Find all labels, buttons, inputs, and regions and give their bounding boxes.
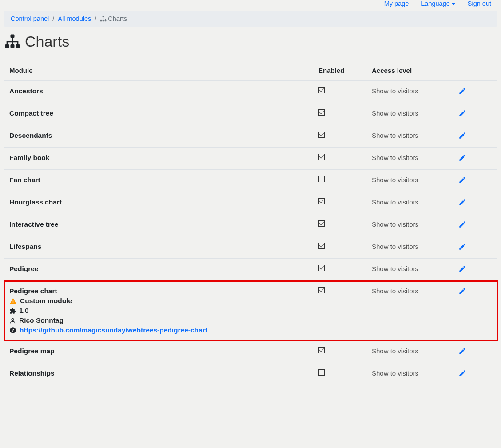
enabled-checkbox[interactable] bbox=[318, 347, 325, 353]
edit-button[interactable] bbox=[458, 349, 466, 356]
edit-cell bbox=[453, 192, 497, 214]
module-cell: Hourglass chart bbox=[4, 192, 313, 214]
edit-button[interactable] bbox=[458, 222, 466, 230]
module-cell: Relationships bbox=[4, 363, 313, 385]
enabled-cell bbox=[313, 281, 366, 341]
custom-module-url[interactable]: https://github.com/magicsunday/webtrees-… bbox=[20, 326, 207, 334]
col-header-access: Access level bbox=[366, 60, 497, 81]
module-cell: Interactive tree bbox=[4, 214, 313, 236]
module-name: Pedigree bbox=[9, 265, 307, 273]
pencil-icon bbox=[458, 132, 466, 140]
enabled-checkbox[interactable] bbox=[318, 287, 325, 293]
edit-cell bbox=[453, 259, 497, 281]
enabled-checkbox[interactable] bbox=[318, 265, 325, 271]
breadcrumb-sep: / bbox=[95, 15, 96, 22]
access-cell: Show to visitors bbox=[366, 192, 453, 214]
enabled-cell bbox=[313, 81, 366, 103]
custom-module-version: 1.0 bbox=[9, 307, 307, 315]
edit-cell bbox=[453, 103, 497, 125]
breadcrumb-all-modules[interactable]: All modules bbox=[58, 15, 91, 22]
module-name: Hourglass chart bbox=[9, 198, 307, 206]
module-name: Fan chart bbox=[9, 176, 307, 184]
enabled-checkbox[interactable] bbox=[318, 109, 325, 116]
edit-button[interactable] bbox=[458, 89, 466, 96]
edit-button[interactable] bbox=[458, 371, 466, 379]
nav-sign-out[interactable]: Sign out bbox=[468, 0, 491, 7]
enabled-cell bbox=[313, 148, 366, 170]
access-cell: Show to visitors bbox=[366, 341, 453, 363]
pencil-icon bbox=[458, 154, 466, 162]
user-icon bbox=[9, 317, 16, 324]
access-cell: Show to visitors bbox=[366, 81, 453, 103]
enabled-cell bbox=[313, 103, 366, 125]
module-cell: Lifespans bbox=[4, 236, 313, 259]
edit-cell bbox=[453, 363, 497, 385]
pencil-icon bbox=[458, 369, 466, 377]
access-level-text: Show to visitors bbox=[372, 243, 418, 250]
module-cell: Compact tree bbox=[4, 103, 313, 125]
pencil-icon bbox=[458, 220, 466, 228]
module-name: Relationships bbox=[9, 369, 307, 377]
edit-cell bbox=[453, 170, 497, 192]
edit-button[interactable] bbox=[458, 200, 466, 208]
access-level-text: Show to visitors bbox=[372, 220, 418, 228]
enabled-cell bbox=[313, 214, 366, 236]
breadcrumb-sep: / bbox=[52, 15, 54, 22]
module-name: Pedigree map bbox=[9, 347, 307, 355]
pencil-icon bbox=[458, 87, 466, 95]
module-name: Compact tree bbox=[9, 109, 307, 117]
enabled-checkbox[interactable] bbox=[318, 369, 325, 376]
enabled-checkbox[interactable] bbox=[318, 132, 325, 138]
table-row: Hourglass chartShow to visitors bbox=[4, 192, 497, 214]
enabled-checkbox[interactable] bbox=[318, 87, 325, 93]
enabled-checkbox[interactable] bbox=[318, 176, 325, 182]
enabled-cell bbox=[313, 192, 366, 214]
access-cell: Show to visitors bbox=[366, 281, 453, 341]
pencil-icon bbox=[458, 265, 466, 273]
edit-button[interactable] bbox=[458, 267, 466, 274]
edit-cell bbox=[453, 281, 497, 341]
module-cell: Pedigree map bbox=[4, 341, 313, 363]
edit-button[interactable] bbox=[458, 156, 466, 163]
col-header-enabled: Enabled bbox=[313, 60, 366, 81]
enabled-cell bbox=[313, 125, 366, 148]
breadcrumb: Control panel / All modules / Charts bbox=[4, 11, 497, 27]
caret-down-icon bbox=[452, 3, 455, 5]
nav-language[interactable]: Language bbox=[421, 0, 455, 7]
module-cell: Ancestors bbox=[4, 81, 313, 103]
pencil-icon bbox=[458, 287, 466, 295]
enabled-checkbox[interactable] bbox=[318, 220, 325, 227]
access-cell: Show to visitors bbox=[366, 363, 453, 385]
edit-cell bbox=[453, 236, 497, 259]
enabled-checkbox[interactable] bbox=[318, 243, 325, 249]
module-name: Pedigree chart bbox=[9, 287, 307, 295]
warning-icon bbox=[9, 297, 17, 305]
access-cell: Show to visitors bbox=[366, 214, 453, 236]
table-row: Compact treeShow to visitors bbox=[4, 103, 497, 125]
edit-button[interactable] bbox=[458, 244, 466, 252]
edit-cell bbox=[453, 81, 497, 103]
edit-button[interactable] bbox=[458, 289, 466, 296]
module-cell: Pedigree chart Custom module 1.0 Rico So… bbox=[4, 281, 313, 341]
enabled-cell bbox=[313, 259, 366, 281]
breadcrumb-control-panel[interactable]: Control panel bbox=[11, 15, 49, 22]
module-name: Family book bbox=[9, 154, 307, 162]
table-row: Pedigree chart Custom module 1.0 Rico So… bbox=[4, 281, 497, 341]
access-level-text: Show to visitors bbox=[372, 265, 418, 272]
enabled-checkbox[interactable] bbox=[318, 198, 325, 204]
enabled-cell bbox=[313, 341, 366, 363]
table-row: DescendantsShow to visitors bbox=[4, 125, 497, 148]
edit-button[interactable] bbox=[458, 111, 466, 119]
edit-button[interactable] bbox=[458, 133, 466, 141]
edit-cell bbox=[453, 214, 497, 236]
edit-button[interactable] bbox=[458, 178, 466, 185]
module-cell: Family book bbox=[4, 148, 313, 170]
nav-my-page[interactable]: My page bbox=[384, 0, 409, 7]
top-nav: My page Language Sign out bbox=[4, 0, 497, 9]
module-cell: Pedigree bbox=[4, 259, 313, 281]
enabled-checkbox[interactable] bbox=[318, 154, 325, 160]
access-cell: Show to visitors bbox=[366, 148, 453, 170]
table-row: Pedigree mapShow to visitors bbox=[4, 341, 497, 363]
custom-module-author: Rico Sonntag bbox=[9, 316, 307, 324]
access-cell: Show to visitors bbox=[366, 125, 453, 148]
